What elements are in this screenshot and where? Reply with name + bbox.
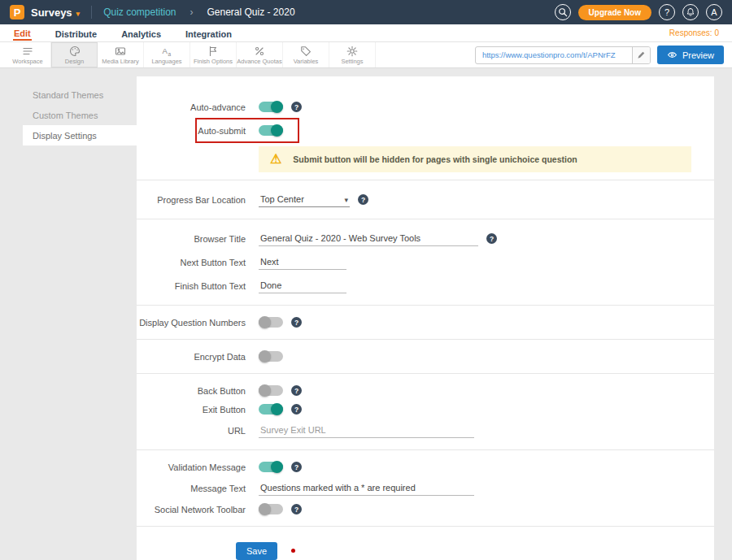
- help-icon[interactable]: ?: [659, 4, 675, 20]
- social-network-toolbar-toggle[interactable]: [259, 504, 283, 514]
- exit-button-help-icon[interactable]: [291, 404, 302, 415]
- tool-settings[interactable]: Settings: [329, 42, 376, 67]
- section-divider: [137, 449, 714, 450]
- tool-label: Variables: [294, 58, 319, 65]
- gear-icon: [346, 46, 358, 57]
- section-divider: [137, 219, 714, 219]
- languages-icon: A a: [161, 46, 172, 57]
- workspace-icon: [22, 46, 33, 57]
- validation-message-help-icon[interactable]: [291, 462, 302, 472]
- survey-url-input[interactable]: [476, 50, 632, 59]
- message-text-input[interactable]: [259, 480, 474, 496]
- tool-finish-options[interactable]: Finish Options: [190, 42, 237, 67]
- section-divider: [137, 339, 714, 340]
- encrypt-data-toggle[interactable]: [259, 351, 283, 362]
- sidebar-item-display-settings[interactable]: Display Settings: [23, 125, 137, 145]
- browser-title-input[interactable]: [259, 231, 478, 246]
- exit-url-label: URL: [137, 426, 259, 436]
- social-network-toolbar-row: Social Network Toolbar: [137, 500, 714, 519]
- themes-sidebar: Standard Themes Custom Themes Display Se…: [23, 76, 137, 145]
- tool-label: Advance Quotas: [237, 58, 281, 65]
- auto-submit-toggle[interactable]: [259, 125, 283, 136]
- validation-message-toggle[interactable]: [259, 462, 283, 472]
- auto-advance-help-icon[interactable]: [291, 102, 302, 112]
- exit-button-row: Exit Button: [137, 400, 714, 419]
- back-button-help-icon[interactable]: [291, 385, 302, 396]
- tool-label: Finish Options: [194, 58, 233, 65]
- chevron-down-icon: [344, 194, 348, 204]
- back-button-toggle[interactable]: [259, 385, 283, 396]
- top-bar: P Surveys Quiz competition General Quiz …: [0, 0, 732, 24]
- chevron-down-icon: [76, 7, 81, 19]
- exit-button-toggle[interactable]: [259, 404, 283, 415]
- next-button-text-input[interactable]: [259, 254, 346, 270]
- avatar[interactable]: A: [706, 4, 722, 20]
- surveys-menu-label: Surveys: [31, 7, 72, 19]
- breadcrumb-current: General Quiz - 2020: [207, 7, 295, 18]
- encrypt-data-label: Encrypt Data: [137, 352, 259, 362]
- finish-button-text-row: Finish Button Text: [137, 274, 714, 297]
- surveys-menu[interactable]: Surveys: [31, 7, 80, 19]
- tool-media-library[interactable]: Media Library: [98, 42, 144, 67]
- progress-bar-location-select[interactable]: Top Center: [259, 192, 350, 207]
- exit-url-row: URL: [137, 419, 714, 442]
- notifications-bell-icon[interactable]: [682, 4, 699, 20]
- tool-label: Settings: [341, 58, 363, 65]
- auto-advance-row: Auto-advance: [137, 98, 714, 116]
- tool-workspace[interactable]: Workspace: [5, 42, 51, 67]
- display-question-numbers-label: Display Question Numbers: [137, 318, 259, 328]
- auto-advance-toggle[interactable]: [259, 102, 283, 112]
- svg-text:A: A: [163, 46, 168, 55]
- upgrade-now-button[interactable]: Upgrade Now: [578, 5, 651, 20]
- tool-variables[interactable]: Variables: [283, 42, 329, 67]
- variables-tag-icon: [300, 46, 312, 57]
- tool-advance-quotas[interactable]: Advance Quotas: [237, 42, 283, 67]
- auto-advance-label: Auto-advance: [137, 102, 259, 112]
- responses-count[interactable]: Responses: 0: [669, 28, 719, 37]
- section-divider: [137, 180, 714, 180]
- auto-submit-warning-banner: ⚠ Submit button will be hidden for pages…: [259, 146, 691, 172]
- message-text-label: Message Text: [137, 484, 259, 493]
- section-divider: [137, 373, 714, 374]
- display-question-numbers-help-icon[interactable]: [291, 317, 302, 328]
- exit-button-label: Exit Button: [137, 405, 259, 415]
- nav-tab-distribute[interactable]: Distribute: [54, 27, 98, 40]
- browser-title-help-icon[interactable]: [486, 233, 497, 244]
- progress-bar-location-row: Progress Bar Location Top Center: [137, 188, 714, 211]
- save-row: Save: [137, 534, 714, 560]
- display-question-numbers-row: Display Question Numbers: [137, 313, 714, 332]
- nav-tab-analytics[interactable]: Analytics: [120, 27, 162, 40]
- media-library-icon: [115, 46, 126, 57]
- display-question-numbers-toggle[interactable]: [259, 317, 283, 328]
- sidebar-item-custom-themes[interactable]: Custom Themes: [23, 105, 137, 125]
- search-icon[interactable]: [555, 4, 571, 20]
- browser-title-row: Browser Title: [137, 227, 714, 250]
- module-nav: Edit Distribute Analytics Integration Re…: [0, 24, 732, 42]
- design-toolbar: Workspace Design Media Library A a: [0, 42, 732, 68]
- section-divider: [137, 305, 714, 306]
- exit-url-input[interactable]: [259, 423, 474, 438]
- auto-submit-label: Auto-submit: [137, 126, 259, 136]
- display-settings-panel: Auto-advance Auto-submit ⚠ Submit button…: [137, 76, 714, 560]
- social-network-toolbar-help-icon[interactable]: [291, 504, 302, 514]
- toolbar-right: Preview: [475, 42, 727, 67]
- finish-button-text-input[interactable]: [259, 278, 346, 293]
- breadcrumb-separator-icon: [190, 7, 194, 18]
- topbar-divider: [91, 6, 92, 19]
- save-button[interactable]: Save: [236, 542, 277, 560]
- encrypt-data-row: Encrypt Data: [137, 347, 714, 366]
- questionpro-logo: P: [10, 5, 24, 20]
- nav-tab-edit[interactable]: Edit: [13, 26, 32, 41]
- annotation-red-dot: [291, 549, 295, 553]
- sidebar-item-standard-themes[interactable]: Standard Themes: [23, 85, 137, 105]
- breadcrumb-parent[interactable]: Quiz competition: [103, 7, 176, 18]
- back-button-row: Back Button: [137, 381, 714, 400]
- tool-design[interactable]: Design: [51, 42, 98, 67]
- tool-languages[interactable]: A a Languages: [144, 42, 190, 67]
- topbar-actions: Upgrade Now ? A: [555, 4, 722, 20]
- nav-tab-integration[interactable]: Integration: [185, 27, 233, 40]
- progress-bar-help-icon[interactable]: [358, 194, 368, 205]
- preview-button[interactable]: Preview: [657, 46, 724, 64]
- quotas-percent-icon: [254, 46, 265, 57]
- edit-url-pencil-icon[interactable]: [632, 46, 650, 64]
